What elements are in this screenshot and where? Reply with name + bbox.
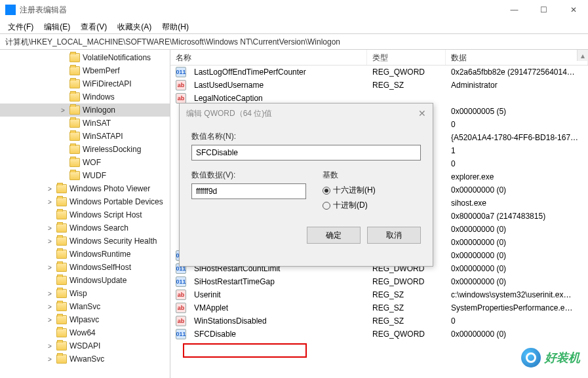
col-name[interactable]: 名称 [170,50,367,65]
tree-view[interactable]: VolatileNotificationsWbemPerfWiFiDirectA… [0,50,170,378]
cell-type: REG_QWORD [367,66,446,78]
tree-item[interactable]: >WSDAPI [0,339,170,352]
expander-icon[interactable]: > [46,198,54,206]
cell-data: 0 [446,158,588,170]
tree-item[interactable]: WinSAT [0,117,170,130]
radio-dec[interactable]: 十进制(D) [323,200,421,211]
ok-button[interactable]: 确定 [307,227,361,244]
tree-item[interactable]: >Windows Security Health [0,235,170,248]
cell-data: 0x2a6a5fbb82e (2914772564014… [446,66,588,78]
expander-icon[interactable]: > [46,264,54,271]
cell-name: LastUsedUsername [189,79,367,91]
value-name-input[interactable] [191,145,421,161]
tree-label: Windows Security Health [69,236,157,246]
radio-hex[interactable]: 十六进制(H) [323,185,421,196]
menu-view[interactable]: 查看(V) [75,20,112,33]
col-type[interactable]: 类型 [367,50,446,65]
folder-icon [56,263,67,272]
folder-icon [56,250,67,259]
dialog-close-button[interactable]: ✕ [418,108,426,119]
tree-item[interactable]: >Windows Photo Viewer [0,182,170,195]
cell-data: 1 [446,145,588,157]
tree-item[interactable]: WUDF [0,169,170,182]
tree-item[interactable]: Windows Script Host [0,208,170,221]
menu-file[interactable]: 文件(F) [3,20,39,33]
tree-item[interactable]: VolatileNotifications [0,51,170,64]
close-button[interactable]: ✕ [559,0,588,20]
cell-data: 0x00000000 (0) [446,276,588,288]
list-row[interactable]: 011LastLogOffEndTimePerfCounterREG_QWORD… [170,66,588,79]
cell-type: REG_QWORD [367,328,446,340]
tree-item[interactable]: Wow64 [0,326,170,339]
folder-icon [69,66,80,75]
expander-icon[interactable]: > [46,185,54,193]
tree-item[interactable]: >WindowsSelfHost [0,261,170,274]
tree-label: Windows [83,92,115,102]
numeric-value-icon: 011 [176,276,186,287]
tree-item[interactable]: >Winlogon [0,104,170,117]
tree-label: Windows Portable Devices [69,197,163,206]
tree-label: Windows Search [69,223,128,233]
value-data-label: 数值数据(V): [191,170,323,181]
tree-item[interactable]: >WwanSvc [0,352,170,366]
tree-item[interactable]: WiFiDirectAPI [0,77,170,90]
tree-item[interactable]: >Windows Portable Devices [0,195,170,208]
folder-icon [69,145,80,154]
list-row[interactable]: abLastUsedUsernameREG_SZAdministrator [170,79,588,92]
expander-icon[interactable]: > [46,290,54,297]
list-row[interactable]: 011SFCDisableREG_QWORD0x00000000 (0) [170,328,588,341]
cell-name: VMApplet [189,302,367,314]
expander-icon[interactable]: > [46,316,54,324]
minimize-button[interactable]: — [500,0,529,20]
cell-data: 0x00000005 (5) [446,105,588,117]
list-row[interactable]: abWinStationsDisabledREG_SZ0 [170,314,588,328]
menu-edit[interactable]: 编辑(E) [39,20,75,33]
tree-item[interactable]: Windows [0,90,170,104]
tree-item[interactable]: WirelessDocking [0,143,170,156]
cell-data: SystemPropertiesPerformance.e… [446,302,588,314]
tree-item[interactable]: >Wlpasvc [0,313,170,326]
tree-item[interactable]: WindowsUpdate [0,274,170,287]
menu-favorites[interactable]: 收藏夹(A) [112,20,157,33]
list-row[interactable]: abVMAppletREG_SZSystemPropertiesPerforma… [170,301,588,314]
tree-label: WirelessDocking [83,145,141,154]
tree-item[interactable]: >Windows Search [0,221,170,235]
string-value-icon: ab [176,316,186,326]
tree-item[interactable]: >WlanSvc [0,300,170,313]
tree-item[interactable]: WinSATAPI [0,130,170,143]
menu-bar: 文件(F) 编辑(E) 查看(V) 收藏夹(A) 帮助(H) [0,20,588,34]
cell-data: 0 [446,119,588,130]
string-value-icon: ab [176,93,186,104]
cancel-button[interactable]: 取消 [367,227,421,244]
tree-item[interactable]: WindowsRuntime [0,248,170,261]
tree-label: VolatileNotifications [83,53,151,62]
folder-icon [56,197,67,206]
address-bar[interactable]: 计算机\HKEY_LOCAL_MACHINE\SOFTWARE\Microsof… [0,34,588,50]
tree-item[interactable]: >Wisp [0,287,170,300]
tree-item[interactable]: WOF [0,156,170,169]
folder-icon [69,132,80,141]
expander-icon[interactable]: > [46,225,54,232]
expander-icon[interactable]: > [46,356,54,363]
list-row[interactable]: 011SiHostRestartTimeGapREG_DWORD0x000000… [170,275,588,288]
tree-label: WbemPerf [83,66,120,75]
tree-label: WOF [83,158,101,167]
numeric-value-icon: 011 [176,329,186,339]
expander-icon[interactable]: > [46,238,54,245]
tree-label: WiFiDirectAPI [83,79,132,88]
expander-icon[interactable]: > [46,303,54,311]
menu-help[interactable]: 帮助(H) [157,20,194,33]
string-value-icon: ab [176,80,186,90]
col-data[interactable]: 数据 [446,50,588,65]
tree-item[interactable]: WbemPerf [0,64,170,77]
expander-icon[interactable]: > [59,107,67,114]
list-row[interactable]: abUserinitREG_SZc:\windows\system32\user… [170,288,588,301]
title-bar: 注册表编辑器 — ☐ ✕ [0,0,588,20]
value-data-input[interactable] [191,183,306,199]
scroll-up[interactable]: ▴ [577,50,588,61]
cell-data: 0x00000000 (0) [446,184,588,196]
string-value-icon: ab [176,303,186,313]
maximize-button[interactable]: ☐ [529,0,559,20]
expander-icon[interactable]: > [46,343,54,350]
folder-icon [56,302,67,311]
